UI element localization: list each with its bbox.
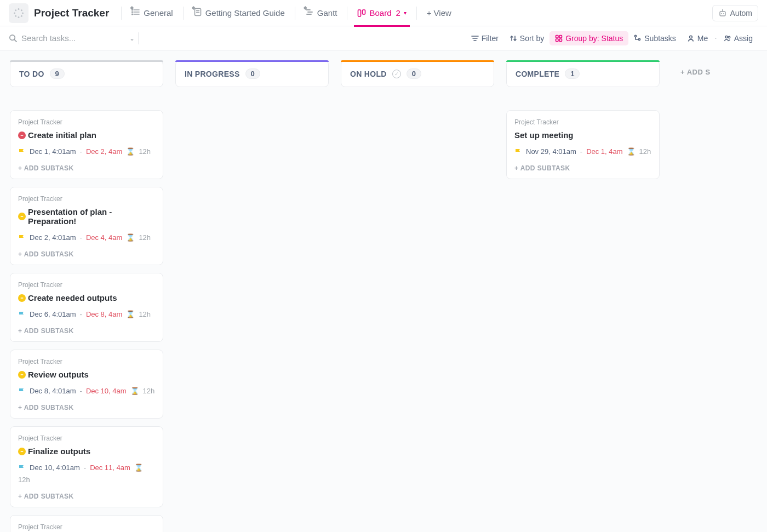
divider bbox=[295, 7, 295, 20]
duration: 12h bbox=[139, 310, 151, 318]
add-subtask-button[interactable]: + ADD SUBTASK bbox=[18, 327, 155, 335]
svg-point-3 bbox=[21, 15, 22, 16]
add-subtask-button[interactable]: + ADD SUBTASK bbox=[18, 493, 155, 500]
duration: 12h bbox=[139, 233, 151, 242]
hourglass-icon: ⌛ bbox=[627, 147, 636, 156]
tab-getting-started[interactable]: Getting Started Guide bbox=[186, 0, 293, 26]
add-subtask-button[interactable]: + ADD SUBTASK bbox=[18, 164, 155, 172]
sort-label: Sort by bbox=[520, 34, 544, 43]
svg-point-23 bbox=[721, 13, 722, 14]
due-date: Dec 10, 4am bbox=[86, 387, 127, 395]
svg-point-12 bbox=[132, 12, 133, 13]
task-card[interactable]: Project Tracker Finalize outputs Dec 10,… bbox=[10, 426, 163, 507]
column-title: IN PROGRESS bbox=[185, 70, 240, 78]
project-logo[interactable] bbox=[9, 3, 28, 23]
svg-point-37 bbox=[639, 38, 640, 40]
filter-button[interactable]: Filter bbox=[466, 31, 504, 45]
subtasks-icon bbox=[634, 35, 642, 42]
toolbar: ⌄ Filter Sort by Group by: Status Subtas… bbox=[0, 26, 767, 50]
start-date: Dec 6, 4:01am bbox=[30, 310, 76, 318]
column-header-progress[interactable]: IN PROGRESS 0 bbox=[175, 60, 329, 87]
subtasks-button[interactable]: Subtasks bbox=[628, 31, 682, 45]
start-date: Dec 8, 4:01am bbox=[30, 387, 76, 395]
card-meta: Dec 8, 4:01am - Dec 10, 4am ⌛ 12h bbox=[18, 387, 155, 395]
automations-button[interactable]: Autom bbox=[712, 5, 758, 21]
svg-rect-33 bbox=[559, 35, 562, 38]
people-icon bbox=[724, 35, 731, 42]
card-project: Project Tracker bbox=[514, 118, 651, 126]
group-label: Group by: Status bbox=[565, 34, 623, 43]
flag-icon bbox=[18, 311, 26, 318]
task-card[interactable]: Project Tracker Create initial plan Dec … bbox=[10, 110, 163, 179]
divider bbox=[138, 32, 139, 44]
cards-complete: Project Tracker Set up meeting Nov 29, 4… bbox=[506, 110, 660, 179]
assignees-button[interactable]: Assig bbox=[718, 31, 758, 45]
add-subtask-button[interactable]: + ADD SUBTASK bbox=[18, 404, 155, 411]
doc-icon bbox=[193, 8, 202, 16]
sort-button[interactable]: Sort by bbox=[504, 31, 550, 45]
date-dash: - bbox=[84, 464, 86, 472]
card-meta: Dec 6, 4:01am - Dec 8, 4am ⌛ 12h bbox=[18, 310, 155, 318]
add-view-button[interactable]: + View bbox=[419, 8, 459, 18]
me-button[interactable]: Me bbox=[682, 31, 713, 45]
card-project: Project Tracker bbox=[18, 281, 155, 289]
svg-rect-41 bbox=[21, 135, 24, 135]
date-dash: - bbox=[80, 387, 82, 395]
list-icon bbox=[131, 8, 140, 16]
separator-dot: · bbox=[714, 33, 717, 43]
search-input[interactable] bbox=[21, 33, 93, 43]
duration: 12h bbox=[143, 387, 155, 395]
tab-gantt[interactable]: Gantt bbox=[297, 0, 345, 26]
pin-icon bbox=[193, 8, 202, 18]
card-title: Create needed outputs bbox=[28, 293, 117, 302]
svg-point-7 bbox=[15, 9, 16, 11]
flag-icon bbox=[514, 148, 522, 156]
svg-point-26 bbox=[722, 9, 723, 10]
column-count: 9 bbox=[50, 68, 65, 79]
svg-point-2 bbox=[22, 12, 24, 14]
date-dash: - bbox=[580, 147, 582, 156]
tab-general[interactable]: General bbox=[124, 0, 180, 26]
task-card[interactable]: Project Tracker Set up meeting Nov 29, 4… bbox=[506, 110, 660, 179]
task-card[interactable]: Project Tracker Review outputs Dec 8, 4:… bbox=[10, 350, 163, 419]
tab-board[interactable]: Board 2 ▾ bbox=[350, 0, 414, 26]
start-date: Nov 29, 4:01am bbox=[526, 147, 576, 156]
column-hold: ON HOLD ✓ 0 bbox=[341, 60, 494, 110]
project-title[interactable]: Project Tracker bbox=[34, 7, 109, 19]
task-card[interactable]: Project Tracker Presentation of plan - P… bbox=[10, 187, 163, 265]
task-card[interactable]: Project Tracker bbox=[10, 515, 163, 532]
svg-point-5 bbox=[15, 15, 16, 16]
hourglass-icon: ⌛ bbox=[126, 310, 135, 318]
start-date: Dec 10, 4:01am bbox=[30, 464, 80, 472]
svg-point-39 bbox=[725, 36, 728, 38]
svg-rect-22 bbox=[720, 12, 725, 16]
sort-icon bbox=[510, 35, 517, 42]
add-view-label: View bbox=[434, 8, 451, 18]
add-subtask-button[interactable]: + ADD SUBTASK bbox=[18, 250, 155, 258]
tab-count: 2 bbox=[396, 8, 400, 18]
column-count: 1 bbox=[565, 68, 580, 79]
column-header-todo[interactable]: TO DO 9 bbox=[10, 60, 163, 87]
column-title: COMPLETE bbox=[516, 70, 559, 78]
pin-icon bbox=[131, 8, 140, 18]
subtasks-label: Subtasks bbox=[644, 34, 676, 43]
assignees-label: Assig bbox=[734, 34, 753, 43]
column-title: ON HOLD bbox=[350, 70, 387, 78]
check-circle-icon: ✓ bbox=[392, 70, 401, 78]
search-icon bbox=[9, 34, 17, 42]
add-status-button[interactable]: + ADD S bbox=[672, 60, 767, 84]
card-project: Project Tracker bbox=[18, 195, 155, 203]
column-header-hold[interactable]: ON HOLD ✓ 0 bbox=[341, 60, 494, 87]
group-by-button[interactable]: Group by: Status bbox=[550, 31, 628, 45]
card-project: Project Tracker bbox=[18, 118, 155, 126]
card-project: Project Tracker bbox=[18, 434, 155, 442]
chevron-down-icon[interactable]: ⌄ bbox=[129, 35, 135, 42]
column-header-complete[interactable]: COMPLETE 1 bbox=[506, 60, 660, 87]
column-todo: TO DO 9 Project Tracker Create initial p… bbox=[10, 60, 163, 532]
card-title: Review outputs bbox=[28, 370, 89, 379]
date-dash: - bbox=[80, 310, 82, 318]
add-subtask-button[interactable]: + ADD SUBTASK bbox=[514, 164, 651, 172]
task-card[interactable]: Project Tracker Create needed outputs De… bbox=[10, 273, 163, 342]
svg-rect-45 bbox=[21, 451, 24, 451]
svg-rect-20 bbox=[358, 10, 361, 16]
